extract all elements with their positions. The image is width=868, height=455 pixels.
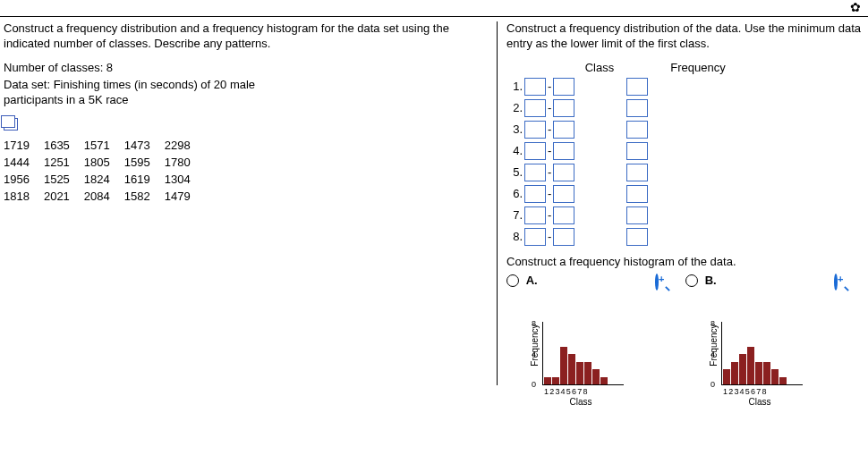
bar	[584, 362, 591, 385]
radio-b[interactable]	[685, 274, 698, 287]
choice-a: A. Frequency 0 4 8 12345678 Class	[506, 274, 685, 386]
table-header: Class Frequency	[506, 61, 864, 74]
row-number: 5.	[506, 165, 523, 179]
dash: -	[548, 80, 551, 93]
header-freq: Frequency	[653, 61, 743, 74]
table-row: 1719 1635 1571 1473 2298	[4, 137, 205, 154]
bar	[576, 362, 583, 385]
class-lower-input[interactable]	[524, 206, 546, 224]
bar	[739, 354, 746, 384]
table-row: 1956 1525 1824 1619 1304	[4, 171, 205, 188]
class-upper-input[interactable]	[553, 78, 574, 96]
class-row: 5.-	[506, 164, 864, 181]
class-upper-input[interactable]	[553, 164, 574, 181]
class-lower-input[interactable]	[524, 99, 546, 117]
class-lower-input[interactable]	[524, 185, 546, 203]
bar	[747, 347, 754, 385]
data-table-container: 1719 1635 1571 1473 2298 1444 1251 1805 …	[4, 118, 489, 205]
bar	[779, 377, 787, 385]
zoom-icon[interactable]	[834, 275, 848, 290]
histogram-b: Frequency 0 4 8 12345678 Class	[711, 305, 809, 385]
row-number: 4.	[506, 144, 523, 157]
row-number: 1.	[506, 80, 523, 93]
frequency-input[interactable]	[626, 142, 648, 160]
left-prompt: Construct a frequency distribution and a…	[4, 21, 489, 52]
bar	[600, 377, 608, 385]
bar	[552, 377, 559, 385]
dash: -	[548, 101, 551, 114]
frequency-input[interactable]	[626, 78, 648, 96]
right-prompt: Construct a frequency distribution of th…	[506, 21, 864, 52]
row-number: 3.	[506, 122, 523, 136]
zoom-icon[interactable]	[655, 275, 669, 290]
bar	[568, 354, 575, 384]
dash: -	[548, 230, 551, 243]
copy-icon[interactable]	[4, 118, 18, 131]
frequency-input[interactable]	[626, 185, 648, 203]
dataset-line: Data set: Finishing times (in seconds) o…	[4, 78, 272, 108]
dash: -	[548, 122, 551, 136]
frequency-input[interactable]	[626, 99, 648, 117]
class-row: 1.-	[506, 78, 864, 96]
frequency-input[interactable]	[626, 121, 648, 139]
class-lower-input[interactable]	[524, 121, 546, 139]
row-number: 6.	[506, 187, 523, 200]
class-upper-input[interactable]	[553, 228, 574, 246]
dash: -	[548, 165, 551, 179]
row-number: 2.	[506, 101, 523, 114]
dash: -	[548, 187, 551, 200]
class-row: 3.-	[506, 121, 864, 139]
radio-a[interactable]	[506, 274, 519, 287]
class-row: 4.-	[506, 142, 864, 160]
bar	[544, 377, 551, 385]
dash: -	[548, 208, 551, 222]
bar	[560, 347, 567, 385]
class-row: 2.-	[506, 99, 864, 117]
bar	[731, 362, 738, 385]
choice-b-label: B.	[705, 274, 717, 287]
class-upper-input[interactable]	[553, 99, 574, 117]
row-number: 7.	[506, 208, 523, 222]
table-row: 1818 2021 2084 1582 1479	[4, 188, 205, 205]
header-class: Class	[546, 61, 653, 74]
bar	[723, 369, 730, 384]
histogram-prompt: Construct a frequency histogram of the d…	[506, 255, 864, 268]
bar	[592, 369, 600, 384]
frequency-input[interactable]	[626, 206, 648, 224]
right-column: Construct a frequency distribution of th…	[498, 21, 864, 385]
table-row: 1444 1251 1805 1595 1780	[4, 154, 205, 171]
frequency-input[interactable]	[626, 164, 648, 181]
class-row: 6.-	[506, 185, 864, 203]
class-lower-input[interactable]	[524, 78, 546, 96]
bar	[771, 369, 779, 384]
class-lower-input[interactable]	[524, 228, 546, 246]
class-upper-input[interactable]	[553, 185, 574, 203]
choice-b: B. Frequency 0 4 8 12345678 Class	[685, 274, 864, 386]
class-upper-input[interactable]	[553, 206, 574, 224]
class-row: 8.-	[506, 228, 864, 246]
class-row: 7.-	[506, 206, 864, 224]
bar	[755, 362, 762, 385]
row-number: 8.	[506, 230, 523, 243]
dash: -	[548, 144, 551, 157]
divider	[0, 16, 868, 17]
bar	[763, 362, 770, 385]
frequency-input[interactable]	[626, 228, 648, 246]
data-table: 1719 1635 1571 1473 2298 1444 1251 1805 …	[4, 137, 205, 205]
histogram-a: Frequency 0 4 8 12345678 Class	[532, 305, 630, 385]
class-upper-input[interactable]	[553, 121, 574, 139]
class-upper-input[interactable]	[553, 142, 574, 160]
class-lower-input[interactable]	[524, 142, 546, 160]
choice-a-label: A.	[526, 274, 538, 287]
class-lower-input[interactable]	[524, 164, 546, 181]
classes-line: Number of classes: 8	[4, 61, 489, 76]
gear-icon[interactable]: ✿	[850, 0, 861, 14]
left-column: Construct a frequency distribution and a…	[4, 21, 498, 385]
